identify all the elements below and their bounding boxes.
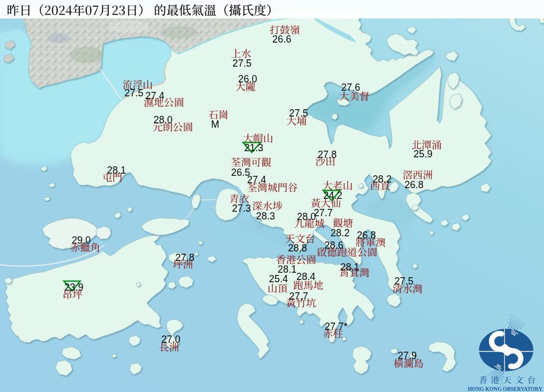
svg-text:28.2: 28.2: [331, 227, 350, 239]
svg-text:21.3: 21.3: [244, 142, 263, 153]
svg-text:27.4: 27.4: [145, 90, 164, 101]
svg-text:28.2: 28.2: [373, 174, 392, 185]
svg-text:28.3: 28.3: [256, 211, 275, 222]
svg-text:28.0: 28.0: [154, 114, 173, 125]
svg-text:27.7*: 27.7*: [325, 321, 348, 332]
svg-text:27.7: 27.7: [314, 207, 333, 218]
svg-text:26.0: 26.0: [238, 73, 257, 85]
svg-text:27.0: 27.0: [161, 334, 180, 345]
svg-text:29.0: 29.0: [72, 235, 91, 246]
svg-text:27.3: 27.3: [232, 203, 251, 214]
svg-text:27.8: 27.8: [175, 252, 194, 263]
svg-text:28.1: 28.1: [340, 262, 359, 273]
svg-text:27.5: 27.5: [289, 108, 308, 119]
svg-text:27.5: 27.5: [394, 276, 413, 287]
svg-text:28.8: 28.8: [288, 242, 307, 254]
svg-text:28.6: 28.6: [324, 240, 343, 251]
svg-text:23.9: 23.9: [64, 282, 83, 293]
svg-text:26.8: 26.8: [357, 230, 376, 241]
svg-text:26.6: 26.6: [272, 34, 291, 45]
svg-text:25.4: 25.4: [269, 273, 288, 284]
svg-text:28.1: 28.1: [107, 165, 126, 176]
svg-text:25.9: 25.9: [413, 148, 433, 160]
svg-text:HONG KONG OBSERVATORY: HONG KONG OBSERVATORY: [468, 385, 542, 392]
svg-text:27.4: 27.4: [247, 174, 266, 185]
svg-text:24.2: 24.2: [323, 190, 342, 201]
svg-text:27.7: 27.7: [289, 291, 308, 302]
svg-text:28.4: 28.4: [296, 271, 315, 282]
svg-text:27.8: 27.8: [318, 149, 337, 160]
svg-text:M: M: [211, 119, 220, 130]
svg-text:27.5: 27.5: [124, 87, 143, 99]
svg-text:26.8: 26.8: [404, 179, 424, 190]
svg-text:27.9: 27.9: [398, 350, 417, 361]
svg-text:27.6: 27.6: [341, 82, 360, 93]
svg-text:27.5: 27.5: [233, 58, 252, 69]
svg-text:28.0: 28.0: [297, 211, 316, 222]
